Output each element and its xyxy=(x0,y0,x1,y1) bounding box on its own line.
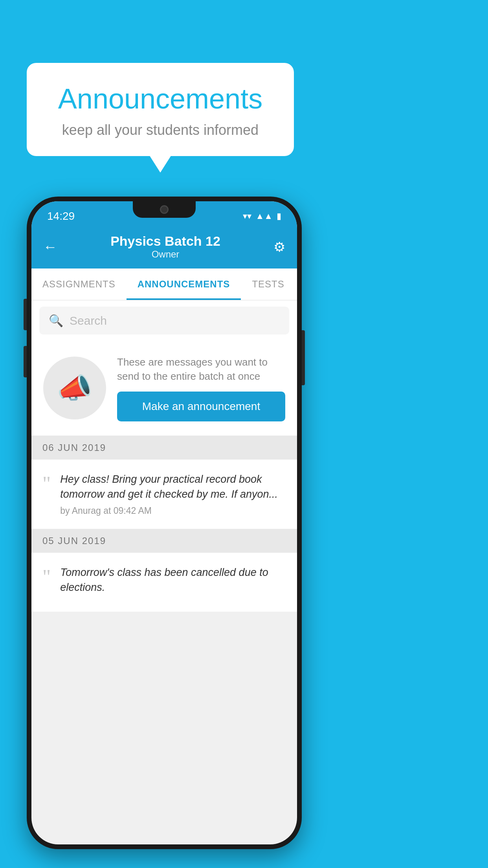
phone-notch xyxy=(133,201,196,218)
megaphone-circle: 📣 xyxy=(43,357,106,419)
phone-screen: 14:29 ▾▾ ▲▲ ▮ ← Physics Batch 12 Owner ⚙… xyxy=(31,201,297,844)
batch-title: Physics Batch 12 xyxy=(57,234,273,249)
megaphone-icon: 📣 xyxy=(57,371,92,405)
bubble-title: Announcements xyxy=(50,83,270,115)
phone-container: 14:29 ▾▾ ▲▲ ▮ ← Physics Batch 12 Owner ⚙… xyxy=(27,197,302,849)
volume-down-button[interactable] xyxy=(24,346,27,377)
announcement-meta-1: by Anurag at 09:42 AM xyxy=(60,506,286,516)
volume-up-button[interactable] xyxy=(24,299,27,330)
announcement-text-2: Tomorrow's class has been cancelled due … xyxy=(60,565,286,595)
settings-button[interactable]: ⚙ xyxy=(273,239,285,255)
screen-content: 🔍 Search 📣 These are messages you want t… xyxy=(31,300,297,844)
tab-assignments[interactable]: ASSIGNMENTS xyxy=(31,268,127,300)
user-role: Owner xyxy=(57,249,273,260)
header-title-wrap: Physics Batch 12 Owner xyxy=(57,234,273,260)
announcement-text-1: Hey class! Bring your practical record b… xyxy=(60,472,286,502)
announcement-content-2: Tomorrow's class has been cancelled due … xyxy=(60,565,286,599)
tab-bar: ASSIGNMENTS ANNOUNCEMENTS TESTS xyxy=(31,268,297,300)
date-header-1: 06 JUN 2019 xyxy=(31,436,297,460)
signal-icon: ▲▲ xyxy=(255,211,273,221)
tab-announcements[interactable]: ANNOUNCEMENTS xyxy=(127,268,241,300)
status-time: 14:29 xyxy=(47,210,75,223)
prompt-description: These are messages you want to send to t… xyxy=(117,355,285,384)
battery-icon: ▮ xyxy=(277,211,281,221)
announcement-content-1: Hey class! Bring your practical record b… xyxy=(60,472,286,517)
quote-icon-2: " xyxy=(42,567,51,587)
search-bar-wrap: 🔍 Search xyxy=(31,300,297,341)
wifi-icon: ▾▾ xyxy=(243,211,251,221)
date-header-2: 05 JUN 2019 xyxy=(31,529,297,553)
announcement-item-2[interactable]: " Tomorrow's class has been cancelled du… xyxy=(31,553,297,612)
quote-icon-1: " xyxy=(42,474,51,494)
phone-outer: 14:29 ▾▾ ▲▲ ▮ ← Physics Batch 12 Owner ⚙… xyxy=(27,197,302,849)
announcement-item-1[interactable]: " Hey class! Bring your practical record… xyxy=(31,460,297,530)
announcement-prompt: 📣 These are messages you want to send to… xyxy=(31,341,297,436)
bubble-subtitle: keep all your students informed xyxy=(50,122,270,138)
phone-camera xyxy=(160,205,169,214)
make-announcement-button[interactable]: Make an announcement xyxy=(117,392,285,421)
tab-tests[interactable]: TESTS xyxy=(241,268,295,300)
back-button[interactable]: ← xyxy=(43,239,57,255)
app-header: ← Physics Batch 12 Owner ⚙ xyxy=(31,226,297,268)
prompt-right: These are messages you want to send to t… xyxy=(117,355,285,421)
status-icons: ▾▾ ▲▲ ▮ xyxy=(243,211,281,221)
speech-bubble: Announcements keep all your students inf… xyxy=(27,63,294,156)
search-bar[interactable]: 🔍 Search xyxy=(39,307,289,335)
search-placeholder: Search xyxy=(70,314,107,327)
power-button[interactable] xyxy=(302,330,305,385)
search-icon: 🔍 xyxy=(49,314,63,327)
speech-bubble-container: Announcements keep all your students inf… xyxy=(27,63,294,156)
